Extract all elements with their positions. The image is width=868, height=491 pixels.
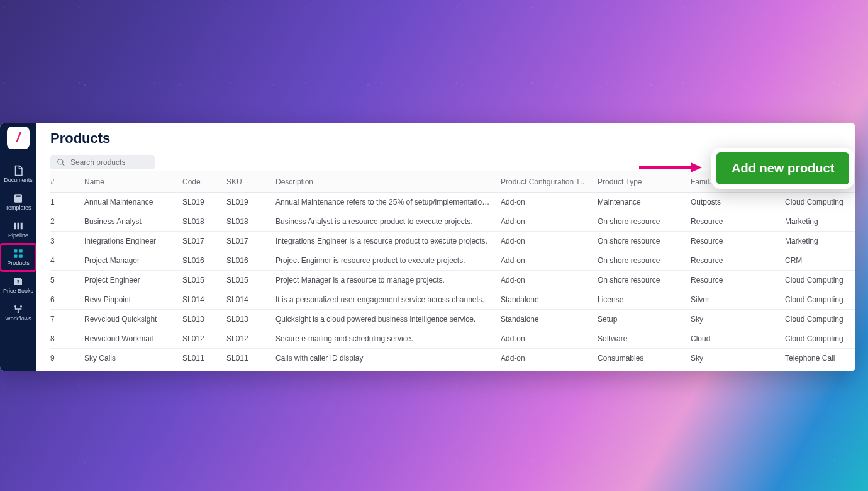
table-row[interactable]: 3Integrations EngineerSL017SL017Integrat… bbox=[50, 232, 855, 251]
cell-family: Outposts bbox=[686, 193, 780, 212]
add-new-product-button[interactable]: Add new product bbox=[716, 152, 849, 184]
col-sku[interactable]: SKU bbox=[221, 171, 270, 193]
cell-extra: CRM bbox=[780, 251, 855, 271]
cell-extra: Marketing bbox=[780, 212, 855, 232]
search-box[interactable] bbox=[50, 155, 155, 169]
cell-description: Business Analyst is a resource product t… bbox=[270, 212, 496, 232]
cell-name: Integrations Engineer bbox=[79, 232, 177, 251]
cell-code: SL016 bbox=[177, 251, 221, 271]
workflows-icon bbox=[13, 303, 24, 315]
cell-config-type: Standalone bbox=[496, 290, 593, 310]
svg-rect-1 bbox=[16, 196, 21, 197]
cell-index: 9 bbox=[50, 349, 79, 368]
table-row[interactable]: 1Annual MaintenanceSL019SL019Annual Main… bbox=[50, 193, 855, 212]
cell-config-type: Add-on bbox=[496, 349, 593, 368]
pipeline-icon bbox=[13, 220, 24, 232]
svg-rect-2 bbox=[14, 223, 16, 230]
products-table: # Name Code SKU Description Product Conf… bbox=[50, 171, 855, 368]
sidebar-item-label: Documents bbox=[4, 178, 33, 183]
cell-name: Sky Calls bbox=[79, 349, 177, 368]
sidebar-item-label: Products bbox=[7, 261, 30, 266]
svg-rect-3 bbox=[18, 223, 19, 230]
cell-config-type: Add-on bbox=[496, 329, 593, 349]
cell-product-type: On shore resource bbox=[593, 212, 686, 232]
templates-icon bbox=[13, 193, 24, 204]
cell-config-type: Add-on bbox=[496, 271, 593, 290]
cell-product-type: On shore resource bbox=[593, 232, 686, 251]
table-row[interactable]: 9Sky CallsSL011SL011Calls with caller ID… bbox=[50, 349, 855, 368]
cell-description: Project Manager is a resource to manage … bbox=[270, 271, 496, 290]
cell-index: 1 bbox=[50, 193, 79, 212]
svg-rect-7 bbox=[14, 255, 17, 258]
sidebar-item-templates[interactable]: Templates bbox=[0, 188, 36, 216]
svg-point-10 bbox=[14, 305, 16, 307]
sidebar-item-products[interactable]: Products bbox=[0, 244, 36, 271]
col-code[interactable]: Code bbox=[177, 171, 221, 193]
cell-family: Cloud bbox=[686, 329, 780, 349]
pricebooks-icon: $ bbox=[13, 276, 24, 287]
sidebar-item-pricebooks[interactable]: $ Price Books bbox=[0, 271, 36, 299]
cell-description: Annual Maintenance refers to the 25% of … bbox=[270, 193, 496, 212]
cell-extra: Telephone Call bbox=[780, 349, 855, 368]
cell-family: Resource bbox=[686, 271, 780, 290]
svg-point-11 bbox=[20, 305, 22, 307]
cell-product-type: On shore resource bbox=[593, 271, 686, 290]
svg-rect-0 bbox=[14, 194, 22, 203]
table-row[interactable]: 2Business AnalystSL018SL018Business Anal… bbox=[50, 212, 855, 232]
cell-product-type: Consumables bbox=[593, 349, 686, 368]
cell-family: Silver bbox=[686, 290, 780, 310]
cell-extra: Marketing bbox=[780, 232, 855, 251]
col-index[interactable]: # bbox=[50, 171, 79, 193]
cell-sku: SL017 bbox=[221, 232, 270, 251]
cell-name: Revvcloud Workmail bbox=[79, 329, 177, 349]
col-name[interactable]: Name bbox=[79, 171, 177, 193]
col-product-type[interactable]: Product Type bbox=[593, 171, 686, 193]
cell-sku: SL013 bbox=[221, 310, 270, 329]
search-input[interactable] bbox=[70, 158, 148, 167]
cell-extra: Cloud Computing bbox=[780, 290, 855, 310]
add-product-card: Add new product bbox=[711, 148, 854, 189]
col-config-type[interactable]: Product Configuration Type bbox=[496, 171, 593, 193]
cell-product-type: Software bbox=[593, 329, 686, 349]
sidebar: / Documents Templates Pipeline Products bbox=[0, 123, 36, 371]
table-row[interactable]: 5Project EngineerSL015SL015Project Manag… bbox=[50, 271, 855, 290]
svg-rect-6 bbox=[19, 249, 23, 252]
sidebar-item-pipeline[interactable]: Pipeline bbox=[0, 216, 36, 244]
table-row[interactable]: 6Revv PinpointSL014SL014It is a personal… bbox=[50, 290, 855, 310]
cell-code: SL011 bbox=[177, 349, 221, 368]
cell-family: Resource bbox=[686, 212, 780, 232]
table-row[interactable]: 4Project ManagerSL016SL016Project Enginn… bbox=[50, 251, 855, 271]
sidebar-item-documents[interactable]: Documents bbox=[0, 161, 36, 188]
col-description[interactable]: Description bbox=[270, 171, 496, 193]
cell-config-type: Add-on bbox=[496, 251, 593, 271]
cell-sku: SL014 bbox=[221, 290, 270, 310]
cell-index: 8 bbox=[50, 329, 79, 349]
cell-name: Annual Maintenance bbox=[79, 193, 177, 212]
app-logo[interactable]: / bbox=[7, 127, 30, 149]
cell-name: Revv Pinpoint bbox=[79, 290, 177, 310]
cell-config-type: Standalone bbox=[496, 310, 593, 329]
sidebar-item-label: Price Books bbox=[3, 288, 33, 294]
sidebar-item-workflows[interactable]: Workflows bbox=[0, 299, 36, 327]
cell-product-type: Setup bbox=[593, 310, 686, 329]
svg-rect-8 bbox=[19, 255, 23, 258]
cell-extra: Cloud Computing bbox=[780, 193, 855, 212]
table-row[interactable]: 7Revvcloud QuicksightSL013SL013Quicksigh… bbox=[50, 310, 855, 329]
documents-icon bbox=[13, 165, 24, 176]
sidebar-item-label: Workflows bbox=[5, 316, 31, 322]
cell-description: Quicksight is a cloud powered business i… bbox=[270, 310, 496, 329]
cell-config-type: Add-on bbox=[496, 193, 593, 212]
cell-index: 6 bbox=[50, 290, 79, 310]
cell-code: SL012 bbox=[177, 329, 221, 349]
table-row[interactable]: 8Revvcloud WorkmailSL012SL012Secure e-ma… bbox=[50, 329, 855, 349]
cell-code: SL013 bbox=[177, 310, 221, 329]
cell-code: SL019 bbox=[177, 193, 221, 212]
cell-extra: Cloud Computing bbox=[780, 310, 855, 329]
search-icon bbox=[57, 158, 65, 167]
cell-sku: SL015 bbox=[221, 271, 270, 290]
cell-index: 7 bbox=[50, 310, 79, 329]
cell-sku: SL011 bbox=[221, 349, 270, 368]
cell-code: SL014 bbox=[177, 290, 221, 310]
sidebar-item-label: Pipeline bbox=[8, 233, 28, 239]
cell-name: Revvcloud Quicksight bbox=[79, 310, 177, 329]
